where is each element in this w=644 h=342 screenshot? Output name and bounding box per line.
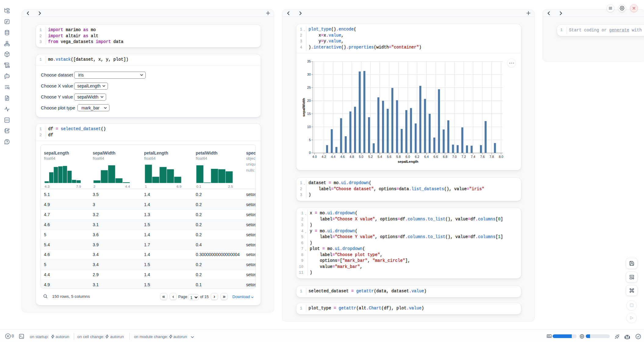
- svg-text:6.2: 6.2: [415, 155, 420, 159]
- svg-text:8.0: 8.0: [499, 155, 503, 159]
- svg-text:6.8: 6.8: [443, 155, 447, 159]
- svg-text:5.6: 5.6: [387, 155, 392, 159]
- svg-text:1: 1: [145, 185, 147, 188]
- svg-text:2.5: 2.5: [228, 185, 233, 188]
- svg-text:5: 5: [309, 138, 311, 142]
- svg-text:10: 10: [307, 125, 311, 129]
- svg-text:6.6: 6.6: [434, 155, 438, 159]
- svg-text:0: 0: [309, 151, 311, 155]
- svg-text:4.4: 4.4: [125, 185, 130, 188]
- svg-text:0.1: 0.1: [196, 185, 201, 188]
- svg-text:7.6: 7.6: [480, 155, 485, 159]
- svg-text:sepalWidth: sepalWidth: [302, 98, 306, 116]
- svg-text:4.8: 4.8: [349, 155, 354, 159]
- svg-text:6.4: 6.4: [424, 155, 429, 159]
- svg-text:7.8: 7.8: [489, 155, 494, 159]
- svg-text:4.6: 4.6: [340, 155, 345, 159]
- svg-text:7.4: 7.4: [471, 155, 475, 159]
- svg-text:4.2: 4.2: [322, 155, 326, 159]
- svg-text:20: 20: [307, 99, 311, 102]
- svg-text:5.8: 5.8: [396, 155, 401, 159]
- svg-text:15: 15: [307, 112, 311, 116]
- svg-text:6.0: 6.0: [406, 155, 410, 159]
- svg-text:5.4: 5.4: [377, 155, 382, 159]
- svg-text:4.3: 4.3: [45, 185, 49, 188]
- svg-text:7.9: 7.9: [76, 185, 81, 188]
- svg-text:7.0: 7.0: [452, 155, 457, 159]
- svg-text:5.2: 5.2: [368, 155, 373, 159]
- svg-text:2: 2: [94, 185, 95, 188]
- svg-text:35: 35: [307, 59, 311, 63]
- svg-text:7.2: 7.2: [462, 155, 466, 159]
- svg-text:4.4: 4.4: [331, 155, 335, 159]
- svg-text:30: 30: [307, 73, 311, 76]
- svg-text:6.9: 6.9: [177, 185, 181, 188]
- svg-text:5.0: 5.0: [359, 155, 363, 159]
- svg-text:sepalLength: sepalLength: [398, 160, 418, 163]
- svg-text:4.0: 4.0: [312, 155, 317, 159]
- svg-text:25: 25: [307, 86, 311, 89]
